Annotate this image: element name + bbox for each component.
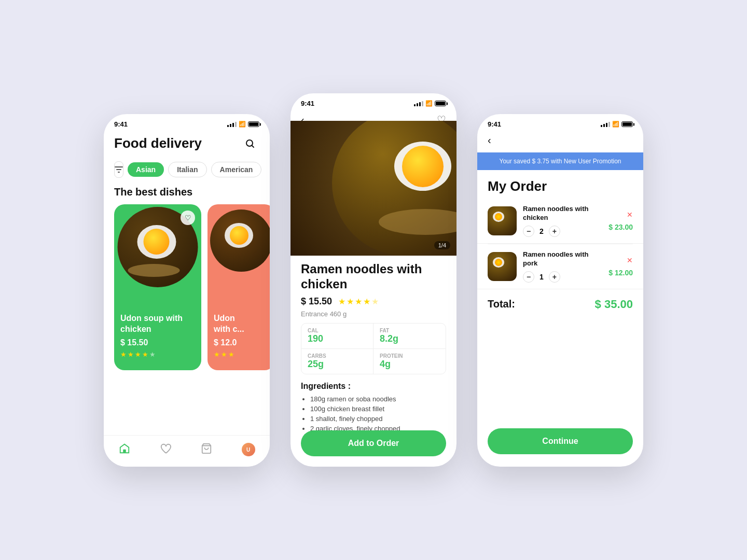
carbs-cell: CARBS 25g	[301, 349, 374, 374]
bottom-nav: U	[104, 435, 270, 467]
battery-icon-3	[621, 121, 633, 127]
time-1: 9:41	[114, 120, 128, 128]
back-button-order[interactable]: ‹	[488, 134, 633, 146]
ingredient-3: 1 shallot, finely chopped	[310, 415, 446, 423]
user-avatar: U	[242, 443, 255, 456]
item-price-1: $ 23.00	[608, 223, 633, 231]
order-header: ‹	[477, 130, 643, 152]
item-price-2: $ 12.00	[608, 269, 633, 277]
price-rating-row: $ 15.50 ★★★★★	[301, 296, 446, 307]
ingredient-2: 100g chicken breast fillet	[310, 405, 446, 413]
card-info-2: Udonwith c... $ 12.0 ★★★	[208, 308, 270, 363]
battery-icon-2	[435, 101, 446, 106]
dish-card-2[interactable]: Udonwith c... $ 12.0 ★★★	[208, 204, 270, 370]
dish-details: Ramen noodles with chicken $ 15.50 ★★★★★…	[290, 256, 457, 452]
phone-order: 9:41 📶 ‹ Your saved $ 3.75 with New User…	[477, 114, 643, 467]
dish-bowl	[332, 121, 457, 256]
dish-image-2	[208, 204, 270, 308]
order-item-right-1: ✕ $ 23.00	[608, 211, 633, 231]
time-3: 9:41	[488, 120, 501, 128]
wifi-icon: 📶	[239, 121, 246, 128]
dish-card-1[interactable]: ♡ Udon soup with chicken $ 15.50 ★★★★★	[114, 204, 201, 370]
total-price: $ 35.00	[595, 298, 633, 311]
dish-rating: ★★★★★	[338, 297, 379, 306]
my-order-title: My Order	[477, 170, 643, 199]
nav-profile[interactable]: U	[242, 443, 255, 456]
qty-decrease-2[interactable]: −	[523, 271, 534, 283]
status-icons-2: 📶	[414, 100, 446, 107]
tab-italian[interactable]: Italian	[168, 162, 206, 177]
section-title: The best dishes	[104, 186, 270, 204]
cal-cell: CAL 190	[301, 324, 374, 349]
status-bar-2: 9:41 📶	[290, 93, 457, 109]
order-item-info-2: Ramen noodles with pork − 1 +	[523, 250, 602, 283]
qty-row-2: − 1 +	[523, 271, 602, 283]
nav-home[interactable]	[119, 443, 130, 456]
total-row: Total: $ 35.00	[477, 289, 643, 319]
svg-rect-3	[118, 172, 120, 173]
qty-increase-2[interactable]: +	[549, 271, 560, 283]
image-counter: 1/4	[434, 241, 450, 249]
phone1-header: Food delivery	[104, 130, 270, 159]
wifi-icon-2: 📶	[425, 100, 433, 107]
tab-asian[interactable]: Asian	[128, 162, 164, 177]
dish-hero-image: 1/4	[290, 121, 457, 256]
favorite-button-1[interactable]: ♡	[181, 211, 195, 225]
nav-cart[interactable]	[201, 443, 212, 456]
search-button[interactable]	[241, 134, 259, 153]
nav-favorites[interactable]	[160, 443, 171, 456]
nutrition-grid: CAL 190 FAT 8.2g CARBS 25g PROTEIN 4g	[301, 323, 446, 374]
order-item-name-2: Ramen noodles with pork	[523, 250, 602, 268]
egg-yolk	[402, 146, 444, 187]
ingredient-1: 180g ramen or soba noodles	[310, 395, 446, 403]
card-name-2: Udonwith c...	[214, 313, 269, 335]
status-bar-1: 9:41 📶	[104, 114, 270, 130]
signal-icon-2	[414, 101, 423, 106]
order-item-right-2: ✕ $ 12.00	[608, 256, 633, 277]
svg-point-0	[246, 140, 253, 146]
phone-detail: 9:41 📶 ‹ ♡ 1/4 Ramen noodles with chick	[290, 93, 457, 467]
wifi-icon-3: 📶	[612, 121, 619, 128]
card-rating-1: ★★★★★	[120, 351, 195, 358]
qty-decrease-1[interactable]: −	[523, 226, 534, 237]
fat-cell: FAT 8.2g	[374, 324, 446, 349]
ingredients-title: Ingredients :	[301, 382, 446, 391]
card-info-1: Udon soup with chicken $ 15.50 ★★★★★	[114, 308, 201, 363]
card-name-1: Udon soup with chicken	[120, 313, 195, 335]
order-item-image-1	[488, 206, 517, 235]
status-icons-1: 📶	[227, 121, 259, 128]
card-price-1: $ 15.50	[120, 338, 195, 347]
order-item-2: Ramen noodles with pork − 1 + ✕ $ 12.00	[477, 244, 643, 289]
filter-tabs: Asian Italian American	[104, 159, 270, 186]
dish-price: $ 15.50	[301, 296, 332, 307]
svg-rect-2	[116, 169, 121, 170]
filter-icon[interactable]	[114, 161, 123, 178]
add-to-order-button[interactable]: Add to Order	[301, 430, 446, 456]
qty-increase-1[interactable]: +	[549, 226, 560, 237]
entrance-text: Entrance 460 g	[301, 310, 446, 318]
app-title: Food delivery	[114, 135, 202, 151]
order-item-info-1: Ramen noodles with chicken − 2 +	[523, 205, 602, 237]
tab-american[interactable]: American	[211, 162, 262, 177]
order-item-image-2	[488, 252, 517, 281]
order-item-1: Ramen noodles with chicken − 2 + ✕ $ 23.…	[477, 199, 643, 244]
promo-banner: Your saved $ 3.75 with New User Promotio…	[477, 152, 643, 170]
continue-button[interactable]: Continue	[488, 428, 633, 454]
signal-icon-3	[601, 122, 610, 127]
time-2: 9:41	[301, 100, 314, 107]
status-bar-3: 9:41 📶	[477, 114, 643, 130]
total-label: Total:	[488, 298, 515, 310]
remove-button-2[interactable]: ✕	[627, 256, 633, 264]
svg-rect-1	[115, 166, 123, 167]
qty-row-1: − 2 +	[523, 226, 602, 237]
signal-icon	[227, 122, 237, 127]
status-icons-3: 📶	[601, 121, 633, 128]
remove-button-1[interactable]: ✕	[627, 211, 633, 219]
noodles	[379, 209, 457, 235]
order-item-name-1: Ramen noodles with chicken	[523, 205, 602, 222]
card-rating-2: ★★★	[214, 351, 269, 358]
protein-cell: PROTEIN 4g	[374, 349, 446, 374]
battery-icon	[248, 121, 259, 127]
dish-title: Ramen noodles with chicken	[301, 262, 446, 292]
svg-rect-4	[123, 450, 126, 453]
